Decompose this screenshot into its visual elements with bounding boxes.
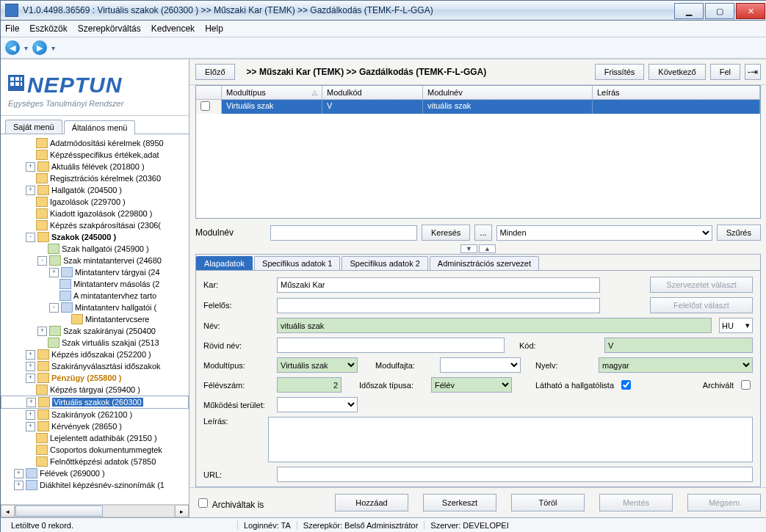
scroll-thumb[interactable] [15, 506, 103, 517]
tree-node[interactable]: +Diákhitel képzésnév-szinonímák (1 [1, 479, 189, 491]
refresh-button[interactable]: Frissítés [595, 64, 645, 80]
tree-node[interactable]: Képzés szakpárosításai (2306( [1, 219, 189, 231]
tab-spec2[interactable]: Specifikus adatok 2 [342, 256, 427, 270]
button-megsem[interactable]: Mégsem [687, 494, 761, 511]
tree-node[interactable]: +Mintatanterv tárgyai (24 [1, 266, 189, 278]
input-nev[interactable] [277, 318, 712, 333]
button-szerkeszt[interactable]: Szerkeszt [423, 494, 496, 511]
expand-icon[interactable]: + [37, 327, 47, 336]
collapse-down-icon[interactable]: ▼ [460, 244, 477, 253]
tree-node[interactable]: -Szak mintatantervei (24680 [1, 255, 189, 266]
menu-help[interactable]: Help [205, 23, 223, 34]
filter-button[interactable]: Szűrés [717, 225, 761, 241]
expand-icon[interactable]: + [26, 362, 35, 371]
tree-node[interactable]: Képzésspecifikus értékek,adat [1, 149, 189, 161]
tree-node[interactable]: Mintatantervcsere [1, 313, 189, 325]
tree-node[interactable]: +Szakirányok (262100 ) [1, 409, 189, 420]
tree-node[interactable]: Lejelentett adathibák (29150 ) [1, 432, 189, 444]
checkbox-archivaltak-is[interactable]: Archiváltak is [195, 496, 264, 510]
select-mukodesi[interactable] [277, 397, 358, 412]
tree-node[interactable]: Adatmódosítási kérelmek (8950 [1, 137, 189, 149]
collapse-icon[interactable]: - [26, 233, 35, 242]
scroll-right-icon[interactable]: ▸ [175, 505, 189, 517]
grid-col-modultipus[interactable]: Modultípus △ [222, 86, 322, 99]
tree-node[interactable]: +Hallgatók (204500 ) [1, 184, 189, 196]
expand-icon[interactable]: + [14, 469, 24, 478]
expand-icon[interactable]: + [26, 398, 36, 407]
button-torol[interactable]: Töröl [511, 494, 585, 511]
select-modulfajta[interactable] [440, 357, 521, 373]
expand-icon[interactable]: + [26, 162, 35, 172]
tree-node[interactable]: Csoportos dokumentummegtek [1, 444, 189, 456]
grid-col-modulnev[interactable]: Modulnév [423, 86, 593, 99]
input-felevszam[interactable] [277, 377, 342, 393]
grid-row-checkbox[interactable] [196, 100, 222, 114]
collapse-up-icon[interactable]: ▲ [479, 244, 496, 253]
button-mentes[interactable]: Mentés [599, 494, 673, 511]
select-modultipus[interactable]: Virtuális szak [277, 357, 358, 373]
lang-select[interactable]: HU ▾ [719, 318, 753, 333]
tree-h-scrollbar[interactable]: ◂ ▸ [1, 504, 189, 517]
search-options-button[interactable]: ... [474, 225, 491, 241]
tree-node[interactable]: +Pénzügy (255800 ) [1, 372, 189, 384]
collapse-icon[interactable]: - [37, 256, 47, 266]
tree-node[interactable]: Szak virtuális szakjai (2513 [1, 337, 189, 349]
input-kod[interactable] [604, 338, 753, 353]
tab-spec1[interactable]: Specifikus adatok 1 [254, 256, 340, 270]
scroll-track[interactable] [15, 505, 175, 517]
expand-icon[interactable]: + [49, 268, 59, 277]
tree-node[interactable]: +Képzés időszakai (252200 ) [1, 349, 189, 360]
tree-node[interactable]: A mintatantervhez tarto [1, 290, 189, 302]
nav-forward-dropdown[interactable]: ▾ [51, 44, 55, 52]
tab-altalanos-menu[interactable]: Általános menü [64, 120, 136, 134]
collapse-icon[interactable]: - [49, 303, 59, 313]
input-felelos[interactable] [277, 298, 600, 313]
nav-back-button[interactable]: ◀ [5, 40, 20, 55]
grid-col-modulkod[interactable]: Modulkód [322, 86, 423, 99]
tab-alapadatok[interactable]: Alapadatok [196, 256, 253, 270]
expand-icon[interactable]: + [26, 422, 35, 431]
tree-node[interactable]: Kiadott igazolások (229800 ) [1, 208, 189, 219]
tree-view[interactable]: Adatmódosítási kérelmek (8950Képzésspeci… [1, 134, 189, 504]
tree-node[interactable]: Regisztrációs kérelmek (20360 [1, 172, 189, 184]
tree-node[interactable]: +Szak szakirányai (250400 [1, 325, 189, 337]
input-kar[interactable] [277, 277, 600, 293]
select-idoszaktipus[interactable]: Félév [431, 377, 512, 393]
checkbox-lathato[interactable] [621, 380, 631, 390]
nav-back-dropdown[interactable]: ▾ [24, 44, 28, 52]
minimize-button[interactable]: ▁ [674, 3, 704, 19]
button-hozzaad[interactable]: Hozzáad [335, 494, 408, 511]
maximize-button[interactable]: ▢ [705, 3, 734, 19]
pin-icon[interactable]: -⇥ [745, 64, 761, 80]
tree-node[interactable]: -Mintatanterv hallgatói ( [1, 302, 189, 313]
next-button[interactable]: Következő [648, 64, 705, 80]
checkbox-archivalt[interactable] [741, 380, 751, 390]
button-felelos-valaszt[interactable]: Felelőst választ [650, 297, 753, 313]
menu-kedvencek[interactable]: Kedvencek [151, 23, 195, 34]
expand-icon[interactable]: + [26, 350, 35, 360]
tab-sajat-menu[interactable]: Saját menü [5, 120, 62, 134]
tree-node[interactable]: +Virtuális szakok (260300 [1, 396, 189, 409]
expand-icon[interactable]: + [26, 374, 35, 383]
input-rovidnev[interactable] [277, 338, 505, 353]
data-grid[interactable]: Modultípus △ Modulkód Modulnév Leírás Vi… [195, 85, 761, 219]
filter-select[interactable]: Minden [496, 225, 712, 241]
grid-col-leiras[interactable]: Leírás [593, 86, 760, 99]
select-nyelv[interactable]: magyar [599, 357, 753, 373]
tree-node[interactable]: +Aktuális félévek (201800 ) [1, 161, 189, 172]
menu-szerep[interactable]: Szerepkörváltás [78, 23, 141, 34]
prev-button[interactable]: Előző [195, 64, 235, 80]
nav-forward-button[interactable]: ▶ [32, 40, 47, 55]
search-input[interactable] [270, 225, 417, 241]
tree-node[interactable]: +Félévek (269000 ) [1, 467, 189, 479]
expand-icon[interactable]: + [14, 481, 24, 490]
tree-node[interactable]: Igazolások (229700 ) [1, 196, 189, 208]
tree-node[interactable]: -Szakok (245000 ) [1, 231, 189, 243]
button-szervezet-valaszt[interactable]: Szervezetet választ [650, 277, 753, 293]
expand-icon[interactable]: + [26, 186, 35, 195]
grid-row[interactable]: Virtuális szak V vituális szak [196, 100, 760, 114]
menu-eszkozok[interactable]: Eszközök [29, 23, 67, 34]
menu-file[interactable]: File [5, 23, 19, 34]
tree-node[interactable]: +Szakirányválasztási időszakok [1, 360, 189, 372]
tree-node[interactable]: Szak hallgatói (245900 ) [1, 243, 189, 255]
